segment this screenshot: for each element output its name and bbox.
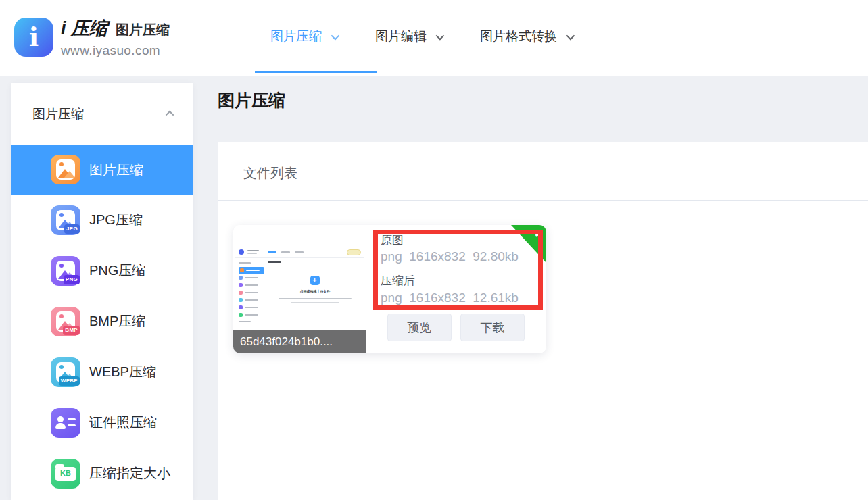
sidebar-item-label: 压缩指定大小: [89, 464, 170, 482]
original-info: png 1616x832 92.80kb: [381, 249, 519, 264]
id-photo-icon: [51, 408, 80, 438]
nav-tab-label: 图片压缩: [270, 28, 322, 45]
filename-label: 65d43f024b1b0....: [233, 330, 366, 353]
logo-letter: i: [29, 24, 39, 50]
sidebar-item-label: 证件照压缩: [89, 414, 157, 432]
nav-tab-image-compress[interactable]: 图片压缩: [270, 28, 337, 45]
sidebar-item-webp-compress[interactable]: WEBP WEBP压缩: [11, 347, 193, 397]
kb-badge: KB: [55, 469, 76, 477]
compressed-label: 压缩后: [381, 273, 415, 289]
format-badge: WEBP: [59, 376, 80, 386]
format-badge: BMP: [63, 326, 80, 335]
file-list-title: 文件列表: [243, 164, 297, 182]
png-compress-icon: PNG: [51, 256, 80, 286]
brand-name: i 压缩: [61, 16, 107, 41]
sidebar-group-header[interactable]: 图片压缩: [11, 83, 193, 145]
sidebar-item-label: PNG压缩: [89, 261, 145, 280]
nav-tab-format-convert[interactable]: 图片格式转换: [480, 28, 573, 45]
sidebar-item-bmp-compress[interactable]: BMP BMP压缩: [11, 296, 193, 347]
jpg-compress-icon: JPG: [51, 205, 80, 235]
bmp-compress-icon: BMP: [51, 307, 80, 336]
sidebar-item-target-size-compress[interactable]: KB 压缩指定大小: [11, 448, 193, 499]
check-icon: ✓: [533, 227, 544, 241]
sidebar-item-label: WEBP压缩: [89, 363, 156, 381]
webp-compress-icon: WEBP: [51, 357, 80, 387]
compressed-info: png 1616x832 12.61kb: [381, 291, 519, 305]
mini-upload-text: 点击或拖拽上传文件: [299, 289, 330, 294]
thumbnail-mini-screenshot: + 点击或拖拽上传文件: [235, 247, 364, 329]
format-badge: JPG: [64, 224, 80, 234]
main-nav: 图片压缩 图片编辑 图片格式转换: [270, 0, 573, 73]
chevron-down-icon: [566, 31, 575, 40]
chevron-down-icon: [436, 31, 445, 40]
sidebar-item-id-photo-compress[interactable]: 证件照压缩: [11, 397, 193, 448]
download-button[interactable]: 下载: [460, 314, 525, 341]
sidebar: 图片压缩 图片压缩 JPG JPG压缩 PNG PNG压缩: [11, 83, 193, 500]
brand-url: www.iyasuo.com: [61, 43, 170, 58]
file-thumbnail[interactable]: + 点击或拖拽上传文件 65d43f024b1b0....: [233, 225, 366, 353]
sidebar-group-title: 图片压缩: [32, 105, 168, 123]
sidebar-item-png-compress[interactable]: PNG PNG压缩: [11, 245, 193, 296]
page-title: 图片压缩: [218, 89, 285, 111]
sidebar-item-label: BMP压缩: [89, 312, 145, 330]
app-window: i i 压缩 图片压缩 www.iyasuo.com 图片压缩 图片编辑 图片格…: [0, 0, 868, 500]
format-badge: PNG: [64, 275, 80, 284]
nav-tab-label: 图片编辑: [375, 28, 427, 45]
sidebar-item-image-compress[interactable]: 图片压缩: [11, 145, 193, 195]
sidebar-item-label: 图片压缩: [89, 161, 143, 179]
top-header: i i 压缩 图片压缩 www.iyasuo.com 图片压缩 图片编辑 图片格…: [0, 0, 868, 76]
original-label: 原图: [381, 232, 404, 248]
brand-block: i 压缩 图片压缩 www.iyasuo.com: [61, 16, 170, 58]
active-tab-underline: [255, 71, 377, 73]
nav-tab-image-edit[interactable]: 图片编辑: [375, 28, 442, 45]
image-compress-icon: [51, 155, 80, 184]
mini-action-pill: [347, 249, 361, 255]
sidebar-item-jpg-compress[interactable]: JPG JPG压缩: [11, 195, 193, 245]
mini-plus-icon: +: [310, 276, 320, 285]
file-card: + 点击或拖拽上传文件 65d43f024b1b0.... 原图 png 161…: [233, 225, 546, 353]
nav-tab-label: 图片格式转换: [480, 28, 557, 45]
file-list-panel: 文件列表: [218, 142, 868, 500]
chevron-down-icon: [331, 31, 340, 40]
brand-product: 图片压缩: [116, 21, 170, 39]
preview-button[interactable]: 预览: [387, 314, 452, 341]
divider: [218, 200, 868, 201]
mini-logo: [239, 249, 244, 255]
kb-folder-icon: KB: [51, 459, 80, 489]
sidebar-item-label: JPG压缩: [89, 211, 143, 229]
brand-logo-icon[interactable]: i: [14, 18, 53, 57]
